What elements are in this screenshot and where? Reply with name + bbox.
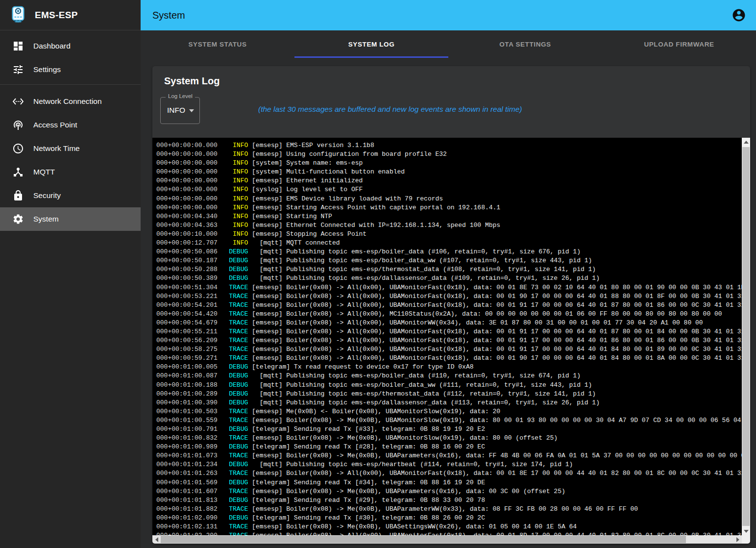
vertical-scrollbar-thumb[interactable] xyxy=(742,147,750,526)
sidebar-item-label: MQTT xyxy=(33,168,55,176)
log-line: 000+00:01:00.832 TRACE [emsesp] Boiler(0… xyxy=(156,434,742,443)
settings-icon xyxy=(12,64,24,75)
log-line: 000+00:00:00.000 INFO [system] System na… xyxy=(156,159,742,168)
network-time-icon xyxy=(12,143,24,154)
sidebar-item-security[interactable]: Security xyxy=(0,184,141,207)
sidebar-item-label: Access Point xyxy=(33,121,77,129)
tab-label: OTA SETTINGS xyxy=(499,41,551,48)
log-line: 000+00:01:00.087 DEBUG [mqtt] Publishing… xyxy=(156,372,742,380)
horizontal-scrollbar[interactable] xyxy=(152,535,742,544)
scroll-up-button[interactable] xyxy=(742,138,750,146)
sidebar-item-system[interactable]: System xyxy=(0,207,141,231)
log-line: 000+00:00:04.340 INFO [emsesp] Starting … xyxy=(156,212,742,221)
sidebar-item-settings[interactable]: Settings xyxy=(0,58,141,81)
sidebar-nav: DashboardSettingsNetwork ConnectionAcces… xyxy=(0,30,141,231)
tab-label: UPLOAD FIRMWARE xyxy=(644,41,714,48)
log-line: 000+00:01:00.005 DEBUG [telegram] Tx rea… xyxy=(156,363,742,372)
app-title: EMS-ESP xyxy=(35,10,78,21)
log-line: 000+00:01:01.569 DEBUG [telegram] Sendin… xyxy=(156,478,742,487)
log-line: 000+00:00:00.000 INFO [emsesp] EMS Devic… xyxy=(156,195,742,203)
log-line: 000+00:01:01.607 TRACE [emsesp] Boiler(0… xyxy=(156,487,742,496)
tab-system-log[interactable]: SYSTEM LOG xyxy=(294,30,448,58)
log-level-select[interactable]: Log Level INFO xyxy=(160,97,200,124)
log-line: 000+00:00:50.086 DEBUG [mqtt] Publishing… xyxy=(156,248,742,256)
chevron-down-icon xyxy=(189,109,194,112)
log-line: 000+00:00:10.000 INFO [emsesp] Stopping … xyxy=(156,230,742,239)
log-line: 000+00:01:00.791 DEBUG [telegram] Sendin… xyxy=(156,425,742,434)
tab-upload-firmware[interactable]: UPLOAD FIRMWARE xyxy=(602,30,756,58)
log-line: 000+00:00:00.000 INFO [emsesp] Using con… xyxy=(156,150,742,159)
tab-label: SYSTEM STATUS xyxy=(188,41,246,48)
emsesp-logo-icon xyxy=(9,6,27,25)
log-line: 000+00:01:01.263 TRACE [emsesp] Boiler(0… xyxy=(156,469,742,478)
log-line: 000+00:00:00.000 INFO [emsesp] Ethernet … xyxy=(156,176,742,185)
active-tab-indicator xyxy=(294,56,448,58)
card-header-section: System Log Log Level INFO (the last 30 m… xyxy=(152,66,750,138)
system-icon xyxy=(12,213,24,225)
log-line: 000+00:01:02.131 TRACE [emsesp] Boiler(0… xyxy=(156,523,742,531)
log-line: 000+00:01:00.559 TRACE [emsesp] Boiler(0… xyxy=(156,416,742,425)
scroll-right-button[interactable] xyxy=(733,535,742,544)
log-terminal[interactable]: 000+00:00:00.000 INFO [emsesp] EMS-ESP v… xyxy=(152,138,742,535)
sidebar-item-mqtt[interactable]: MQTT xyxy=(0,160,141,184)
sidebar-divider xyxy=(0,84,141,85)
scroll-left-button[interactable] xyxy=(152,535,161,544)
triangle-up-icon xyxy=(744,141,749,144)
triangle-down-icon xyxy=(744,530,749,533)
sidebar-item-network-connection[interactable]: Network Connection xyxy=(0,90,141,113)
sidebar-header: EMS-ESP xyxy=(0,0,141,30)
log-line: 000+00:01:00.390 DEBUG [mqtt] Publishing… xyxy=(156,399,742,407)
mqtt-icon xyxy=(12,166,24,178)
sidebar-item-access-point[interactable]: Access Point xyxy=(0,113,141,137)
appbar: System xyxy=(141,0,756,30)
log-line: 000+00:00:50.389 DEBUG [mqtt] Publishing… xyxy=(156,274,742,283)
horizontal-scrollbar-thumb[interactable] xyxy=(161,536,686,543)
sidebar-item-label: Settings xyxy=(33,65,61,74)
dashboard-icon xyxy=(12,40,24,52)
access-point-icon xyxy=(12,119,24,131)
page-title: System xyxy=(152,10,185,21)
log-line: 000+00:00:55.211 TRACE [emsesp] Boiler(0… xyxy=(156,327,742,336)
log-line: 000+00:00:12.707 INFO [mqtt] MQTT connec… xyxy=(156,239,742,248)
log-line: 000+00:00:59.271 TRACE [emsesp] Boiler(0… xyxy=(156,354,742,363)
scroll-down-button[interactable] xyxy=(742,527,750,535)
sidebar-item-network-time[interactable]: Network Time xyxy=(0,137,141,160)
triangle-right-icon xyxy=(736,537,739,542)
log-line: 000+00:01:00.188 DEBUG [mqtt] Publishing… xyxy=(156,381,742,390)
log-line: 000+00:00:50.288 DEBUG [mqtt] Publishing… xyxy=(156,265,742,274)
log-level-label: Log Level xyxy=(166,93,195,99)
log-line: 000+00:00:54.201 TRACE [emsesp] Boiler(0… xyxy=(156,301,742,310)
log-line: 000+00:01:02.090 DEBUG [telegram] Sendin… xyxy=(156,514,742,523)
log-line: 000+00:00:00.000 INFO [syslog] Log level… xyxy=(156,185,742,194)
vertical-scrollbar[interactable] xyxy=(742,138,750,535)
log-line: 000+00:00:56.209 TRACE [emsesp] Boiler(0… xyxy=(156,336,742,345)
tab-bar: SYSTEM STATUSSYSTEM LOGOTA SETTINGSUPLOA… xyxy=(141,30,756,58)
triangle-left-icon xyxy=(155,537,158,542)
log-line: 000+00:01:02.200 TRACE [emsesp] Boiler(0… xyxy=(156,531,742,535)
log-line: 000+00:01:01.073 TRACE [emsesp] Boiler(0… xyxy=(156,451,742,460)
log-line: 000+00:00:00.000 INFO [emsesp] Starting … xyxy=(156,203,742,212)
system-log-card: System Log Log Level INFO (the last 30 m… xyxy=(152,66,750,544)
log-line: 000+00:00:58.275 TRACE [emsesp] Boiler(0… xyxy=(156,345,742,354)
tab-ota-settings[interactable]: OTA SETTINGS xyxy=(448,30,602,58)
sidebar-item-label: Network Time xyxy=(33,144,80,153)
log-line: 000+00:00:00.000 INFO [emsesp] EMS-ESP v… xyxy=(156,141,742,150)
log-level-value: INFO xyxy=(167,106,185,115)
sidebar-item-label: Security xyxy=(33,191,61,200)
log-line: 000+00:01:01.813 DEBUG [telegram] Sendin… xyxy=(156,496,742,505)
sidebar-item-label: Dashboard xyxy=(33,42,71,50)
log-line: 000+00:00:53.221 TRACE [emsesp] Boiler(0… xyxy=(156,292,742,301)
account-circle-icon[interactable] xyxy=(732,8,746,23)
tab-label: SYSTEM LOG xyxy=(348,41,395,48)
sidebar-item-label: System xyxy=(33,215,59,224)
tab-system-status[interactable]: SYSTEM STATUS xyxy=(141,30,294,58)
log-line: 000+00:00:51.304 TRACE [emsesp] Boiler(0… xyxy=(156,283,742,292)
log-line: 000+00:00:54.679 TRACE [emsesp] Boiler(0… xyxy=(156,319,742,327)
log-line: 000+00:00:50.187 DEBUG [mqtt] Publishing… xyxy=(156,256,742,265)
panel-title: System Log xyxy=(164,75,219,87)
security-icon xyxy=(12,190,24,201)
sidebar-item-dashboard[interactable]: Dashboard xyxy=(0,34,141,58)
scrollbar-corner xyxy=(742,535,750,544)
log-line: 000+00:01:01.234 DEBUG [mqtt] Publishing… xyxy=(156,460,742,469)
log-line: 000+00:00:54.420 TRACE [emsesp] Boiler(0… xyxy=(156,310,742,319)
